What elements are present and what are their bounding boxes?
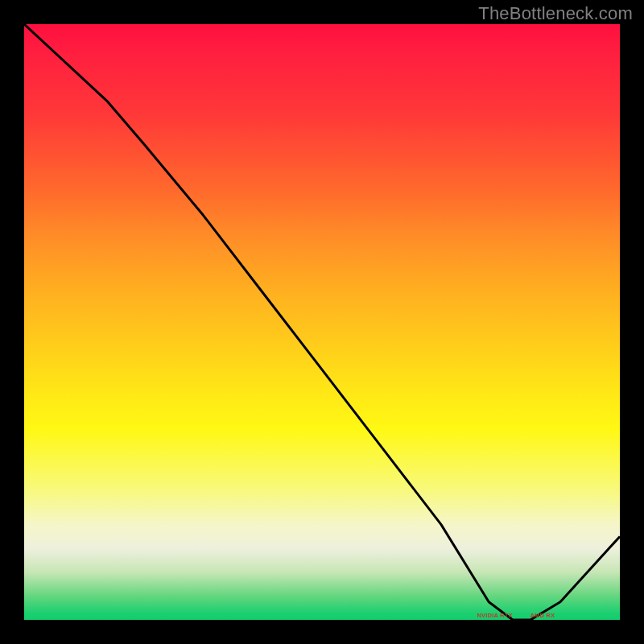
bottleneck-curve <box>24 24 620 620</box>
attribution-text: TheBottleneck.com <box>478 3 633 24</box>
curve-path <box>24 24 620 620</box>
plot-area: NVIDIA RTX AMD RX <box>24 24 620 620</box>
chart-frame: TheBottleneck.com NVIDIA RTX AMD RX <box>0 0 644 644</box>
